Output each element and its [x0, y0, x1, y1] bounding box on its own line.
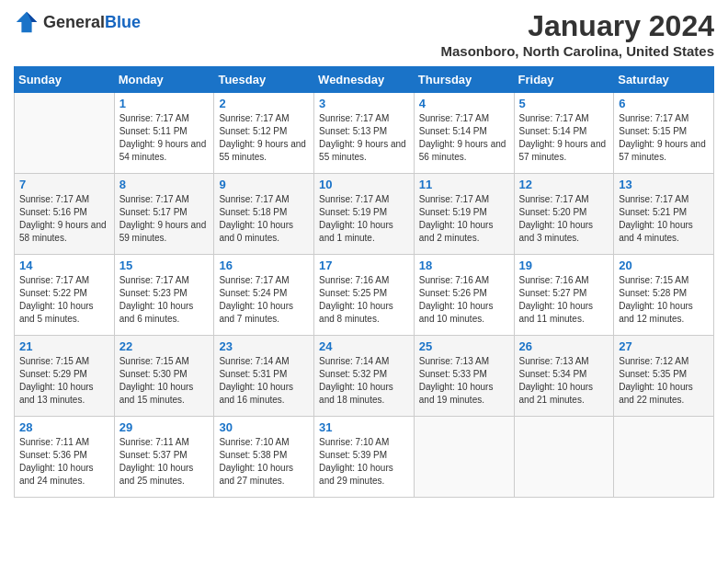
calendar-cell: 6Sunrise: 7:17 AM Sunset: 5:15 PM Daylig…: [614, 93, 714, 174]
day-number: 14: [19, 259, 109, 272]
day-info: Sunrise: 7:17 AM Sunset: 5:19 PM Dayligh…: [419, 193, 509, 245]
calendar-week-2: 7Sunrise: 7:17 AM Sunset: 5:16 PM Daylig…: [15, 174, 714, 255]
day-info: Sunrise: 7:12 AM Sunset: 5:35 PM Dayligh…: [619, 355, 709, 407]
calendar-cell: 12Sunrise: 7:17 AM Sunset: 5:20 PM Dayli…: [514, 174, 614, 255]
calendar-cell: 27Sunrise: 7:12 AM Sunset: 5:35 PM Dayli…: [614, 336, 714, 417]
calendar-cell: 20Sunrise: 7:15 AM Sunset: 5:28 PM Dayli…: [614, 255, 714, 336]
calendar-week-3: 14Sunrise: 7:17 AM Sunset: 5:22 PM Dayli…: [15, 255, 714, 336]
calendar-header-saturday: Saturday: [614, 67, 714, 93]
calendar-cell: 17Sunrise: 7:16 AM Sunset: 5:25 PM Dayli…: [314, 255, 415, 336]
day-number: 19: [519, 259, 609, 272]
day-info: Sunrise: 7:16 AM Sunset: 5:27 PM Dayligh…: [519, 274, 609, 326]
calendar-cell: 29Sunrise: 7:11 AM Sunset: 5:37 PM Dayli…: [114, 417, 214, 498]
calendar-header-row: SundayMondayTuesdayWednesdayThursdayFrid…: [15, 67, 714, 93]
calendar-week-4: 21Sunrise: 7:15 AM Sunset: 5:29 PM Dayli…: [15, 336, 714, 417]
day-number: 1: [119, 97, 210, 110]
logo-icon: [14, 9, 40, 35]
day-info: Sunrise: 7:17 AM Sunset: 5:14 PM Dayligh…: [519, 112, 609, 164]
day-info: Sunrise: 7:17 AM Sunset: 5:23 PM Dayligh…: [119, 274, 210, 326]
calendar-cell: [614, 417, 714, 498]
logo: GeneralBlue: [14, 9, 141, 35]
day-number: 11: [419, 178, 509, 191]
day-info: Sunrise: 7:17 AM Sunset: 5:22 PM Dayligh…: [19, 274, 109, 326]
calendar-cell: 1Sunrise: 7:17 AM Sunset: 5:11 PM Daylig…: [114, 93, 214, 174]
day-number: 16: [219, 259, 309, 272]
calendar-cell: 24Sunrise: 7:14 AM Sunset: 5:32 PM Dayli…: [314, 336, 415, 417]
day-number: 9: [219, 178, 309, 191]
day-info: Sunrise: 7:15 AM Sunset: 5:29 PM Dayligh…: [19, 355, 109, 407]
day-number: 24: [319, 339, 409, 353]
logo-text-blue: Blue: [105, 13, 141, 31]
title-section: January 2024 Masonboro, North Carolina, …: [440, 9, 714, 59]
calendar-header-wednesday: Wednesday: [314, 67, 415, 93]
day-info: Sunrise: 7:17 AM Sunset: 5:21 PM Dayligh…: [619, 193, 709, 245]
calendar-cell: 19Sunrise: 7:16 AM Sunset: 5:27 PM Dayli…: [514, 255, 614, 336]
day-number: 31: [319, 420, 409, 434]
calendar-cell: 30Sunrise: 7:10 AM Sunset: 5:38 PM Dayli…: [214, 417, 314, 498]
day-number: 20: [619, 259, 709, 272]
calendar-cell: 31Sunrise: 7:10 AM Sunset: 5:39 PM Dayli…: [314, 417, 415, 498]
calendar-cell: 7Sunrise: 7:17 AM Sunset: 5:16 PM Daylig…: [15, 174, 115, 255]
location-title: Masonboro, North Carolina, United States: [440, 43, 714, 59]
day-number: 27: [619, 339, 709, 353]
day-info: Sunrise: 7:17 AM Sunset: 5:14 PM Dayligh…: [419, 112, 509, 164]
calendar-cell: [414, 417, 514, 498]
day-info: Sunrise: 7:10 AM Sunset: 5:39 PM Dayligh…: [319, 436, 409, 488]
day-info: Sunrise: 7:17 AM Sunset: 5:20 PM Dayligh…: [519, 193, 609, 245]
calendar-cell: 25Sunrise: 7:13 AM Sunset: 5:33 PM Dayli…: [414, 336, 514, 417]
calendar-cell: 10Sunrise: 7:17 AM Sunset: 5:19 PM Dayli…: [314, 174, 415, 255]
day-info: Sunrise: 7:13 AM Sunset: 5:33 PM Dayligh…: [419, 355, 509, 407]
month-title: January 2024: [440, 9, 714, 43]
day-number: 21: [19, 339, 109, 353]
day-number: 6: [619, 97, 709, 110]
calendar-week-1: 1Sunrise: 7:17 AM Sunset: 5:11 PM Daylig…: [15, 93, 714, 174]
day-info: Sunrise: 7:10 AM Sunset: 5:38 PM Dayligh…: [219, 436, 309, 488]
day-number: 15: [119, 259, 210, 272]
calendar-cell: 11Sunrise: 7:17 AM Sunset: 5:19 PM Dayli…: [414, 174, 514, 255]
day-number: 10: [319, 178, 409, 191]
day-info: Sunrise: 7:16 AM Sunset: 5:25 PM Dayligh…: [319, 274, 409, 326]
calendar-cell: 2Sunrise: 7:17 AM Sunset: 5:12 PM Daylig…: [214, 93, 314, 174]
calendar-week-5: 28Sunrise: 7:11 AM Sunset: 5:36 PM Dayli…: [15, 417, 714, 498]
day-info: Sunrise: 7:16 AM Sunset: 5:26 PM Dayligh…: [419, 274, 509, 326]
day-number: 17: [319, 259, 409, 272]
calendar-cell: 22Sunrise: 7:15 AM Sunset: 5:30 PM Dayli…: [114, 336, 214, 417]
calendar-cell: 15Sunrise: 7:17 AM Sunset: 5:23 PM Dayli…: [114, 255, 214, 336]
day-info: Sunrise: 7:17 AM Sunset: 5:13 PM Dayligh…: [319, 112, 409, 164]
day-number: 4: [419, 97, 509, 110]
calendar-cell: 14Sunrise: 7:17 AM Sunset: 5:22 PM Dayli…: [15, 255, 115, 336]
calendar-cell: 23Sunrise: 7:14 AM Sunset: 5:31 PM Dayli…: [214, 336, 314, 417]
calendar-cell: 18Sunrise: 7:16 AM Sunset: 5:26 PM Dayli…: [414, 255, 514, 336]
calendar-header-friday: Friday: [514, 67, 614, 93]
calendar-header-thursday: Thursday: [414, 67, 514, 93]
calendar-cell: 9Sunrise: 7:17 AM Sunset: 5:18 PM Daylig…: [214, 174, 314, 255]
day-info: Sunrise: 7:17 AM Sunset: 5:17 PM Dayligh…: [119, 193, 210, 245]
day-info: Sunrise: 7:17 AM Sunset: 5:16 PM Dayligh…: [19, 193, 109, 245]
day-info: Sunrise: 7:11 AM Sunset: 5:37 PM Dayligh…: [119, 436, 210, 488]
day-number: 3: [319, 97, 409, 110]
day-info: Sunrise: 7:17 AM Sunset: 5:19 PM Dayligh…: [319, 193, 409, 245]
logo-text-general: General: [43, 13, 105, 31]
page-header: GeneralBlue January 2024 Masonboro, Nort…: [14, 9, 714, 59]
day-number: 28: [19, 420, 109, 434]
calendar-cell: 26Sunrise: 7:13 AM Sunset: 5:34 PM Dayli…: [514, 336, 614, 417]
day-info: Sunrise: 7:13 AM Sunset: 5:34 PM Dayligh…: [519, 355, 609, 407]
day-number: 8: [119, 178, 210, 191]
day-number: 29: [119, 420, 210, 434]
calendar-cell: 28Sunrise: 7:11 AM Sunset: 5:36 PM Dayli…: [15, 417, 115, 498]
day-number: 12: [519, 178, 609, 191]
day-number: 26: [519, 339, 609, 353]
calendar-cell: [15, 93, 115, 174]
day-info: Sunrise: 7:17 AM Sunset: 5:11 PM Dayligh…: [119, 112, 210, 164]
day-number: 23: [219, 339, 309, 353]
calendar-cell: 4Sunrise: 7:17 AM Sunset: 5:14 PM Daylig…: [414, 93, 514, 174]
day-info: Sunrise: 7:15 AM Sunset: 5:30 PM Dayligh…: [119, 355, 210, 407]
calendar-cell: 5Sunrise: 7:17 AM Sunset: 5:14 PM Daylig…: [514, 93, 614, 174]
calendar-cell: 21Sunrise: 7:15 AM Sunset: 5:29 PM Dayli…: [15, 336, 115, 417]
day-number: 5: [519, 97, 609, 110]
day-info: Sunrise: 7:14 AM Sunset: 5:32 PM Dayligh…: [319, 355, 409, 407]
calendar-header-tuesday: Tuesday: [214, 67, 314, 93]
calendar-cell: 3Sunrise: 7:17 AM Sunset: 5:13 PM Daylig…: [314, 93, 415, 174]
day-number: 13: [619, 178, 709, 191]
calendar-table: SundayMondayTuesdayWednesdayThursdayFrid…: [14, 66, 714, 498]
